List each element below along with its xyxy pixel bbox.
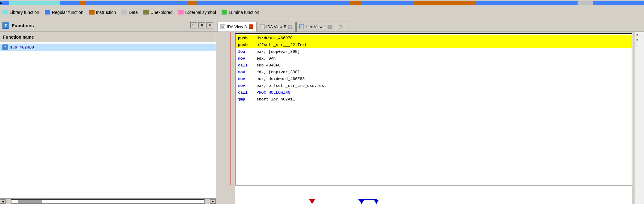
seg-blue-5 — [475, 1, 578, 5]
operand-2: offset _str___22.Text — [256, 43, 307, 47]
code-lines-container: push ds:dword_466D70 push offset _str___… — [235, 34, 632, 103]
svg-rect-7 — [339, 25, 342, 28]
tab-label-ida-b: IDA View-B — [266, 24, 287, 29]
seg-orange-1 — [79, 1, 85, 5]
scrollbar-track — [11, 199, 205, 204]
blue-down-arrow-2 — [374, 200, 379, 204]
mini-text-1: m — [635, 32, 644, 37]
operand-1: ds:dword_466D70 — [256, 36, 293, 40]
mnemonic-1: push — [238, 36, 256, 40]
function-name[interactable]: sub_4624D0 — [10, 45, 34, 50]
svg-text:⊞: ⊞ — [222, 26, 224, 28]
tab-ida-view-a[interactable]: ⊞ IDA View-A ✕ — [218, 22, 256, 32]
main-layout: f Functions □ ⊟ × Function name f sub_46… — [0, 19, 644, 204]
legend-color-external — [178, 10, 184, 15]
mnemonic-5: call — [238, 63, 256, 68]
legend-label-instruction: Instruction — [96, 10, 116, 15]
mini-text-3: c — [635, 42, 644, 47]
seg-gray-1 — [578, 1, 593, 5]
code-box: push ds:dword_466D70 push offset _str___… — [235, 33, 632, 185]
seg-orange-big — [413, 1, 475, 5]
close-button[interactable]: × — [206, 22, 213, 28]
horizontal-scrollbar[interactable]: ◀ ▶ — [0, 198, 216, 204]
tab-label-hex-1: Hex View-1 — [306, 24, 326, 29]
mnemonic-3: lea — [238, 49, 256, 54]
seg-cyan-1 — [9, 1, 60, 5]
tab-hex-view-1[interactable]: H Hex View-1 ✕ — [296, 22, 335, 32]
legend-color-library — [2, 10, 8, 15]
tab-close-ida-a[interactable]: ✕ — [249, 24, 253, 29]
seg-blue-2 — [85, 1, 187, 5]
mnemonic-2: push — [238, 43, 256, 47]
bottom-arrows-area — [235, 185, 632, 204]
legend-label-lumina: Lumina function — [229, 10, 259, 15]
legend-label-data: Data — [129, 10, 138, 15]
legend-external: External symbol — [178, 10, 216, 15]
code-line-2: push offset _str___22.Text — [235, 41, 632, 48]
operand-10: short loc_462A1E — [256, 97, 295, 102]
function-row-icon: f — [2, 45, 8, 50]
right-content: push ds:dword_466D70 push offset _str___… — [216, 32, 644, 204]
code-line-6: mov edx, [ebp+var_390] — [235, 69, 632, 75]
operand-4: edx, 0Ah — [256, 56, 276, 61]
titlebar-buttons[interactable]: □ ⊟ × — [190, 22, 213, 28]
functions-panel-icon: f — [2, 22, 9, 29]
mnemonic-6: mov — [238, 70, 256, 74]
nav-bar: ▶ — [0, 0, 644, 6]
legend-lumina: Lumina function — [222, 10, 259, 15]
scroll-left-button[interactable]: ◀ — [0, 199, 6, 204]
code-line-7: mov ecx, ds:dword_466E88 — [235, 75, 632, 82]
tab-icon-ida-a: ⊞ — [220, 24, 225, 29]
legend-label-external: External symbol — [185, 10, 216, 15]
tab-partial[interactable] — [336, 22, 345, 32]
mnemonic-9: call — [238, 90, 256, 95]
code-line-9: call PROC_HOLLOWING — [235, 89, 632, 96]
legend-instruction: Instruction — [89, 10, 116, 15]
legend-color-data — [121, 10, 127, 15]
code-line-5: call sub_4048FC — [235, 62, 632, 69]
mnemonic-10: jmp — [238, 97, 256, 102]
restore-button[interactable]: ⊟ — [198, 22, 205, 28]
code-line-10: jmp short loc_462A1E — [235, 96, 632, 103]
tab-icon-hex: H — [299, 24, 304, 29]
nav-segments: ▶ — [0, 1, 644, 5]
scroll-right-button[interactable]: ▶ — [210, 199, 216, 204]
panel-titlebar: f Functions □ ⊟ × — [0, 19, 216, 32]
blue-horizontal-line — [358, 199, 377, 200]
legend-label-library: Library function — [10, 10, 39, 15]
legend-label-regular: Regular function — [52, 10, 83, 15]
legend-library: Library function — [2, 10, 39, 15]
svg-text:H: H — [300, 26, 302, 28]
mnemonic-4: mov — [238, 56, 256, 61]
tab-close-ida-b[interactable]: ✕ — [288, 25, 292, 29]
minimize-button[interactable]: □ — [190, 22, 197, 28]
legend-color-lumina — [222, 10, 227, 15]
code-line-1: push ds:dword_466D70 — [235, 35, 632, 41]
scrollbar-thumb[interactable] — [18, 200, 42, 203]
legend-label-unexplored: Unexplored — [150, 10, 173, 15]
operand-6: edx, [ebp+var_390] — [256, 70, 300, 74]
red-vertical-line — [231, 32, 231, 185]
code-line-8: mov eax, offset _str_cmd_exe.Text — [235, 82, 632, 89]
legend-color-unexplored — [143, 10, 149, 15]
blue-down-arrow-1 — [358, 199, 365, 204]
tab-ida-view-b[interactable]: IDA View-B ✕ — [257, 22, 296, 32]
operand-8: eax, offset _str_cmd_exe.Text — [256, 83, 326, 88]
operand-9: PROC_HOLLOWING — [256, 90, 290, 95]
seg-blue-6 — [593, 1, 644, 5]
legend-bar: Library function Regular function Instru… — [0, 6, 644, 19]
legend-unexplored: Unexplored — [143, 10, 173, 15]
panel-title-left: f Functions — [2, 22, 34, 29]
svg-rect-4 — [261, 25, 264, 28]
list-item[interactable]: f sub_4624D0 — [0, 44, 216, 51]
legend-regular: Regular function — [45, 10, 83, 15]
functions-panel: f Functions □ ⊟ × Function name f sub_46… — [0, 19, 216, 204]
mnemonic-7: mov — [238, 77, 256, 81]
legend-color-regular — [45, 10, 50, 15]
seg-orange-3 — [350, 1, 362, 5]
right-mini-panel: m m c — [635, 32, 644, 204]
tabs-bar: ⊞ IDA View-A ✕ IDA View-B ✕ H — [216, 19, 644, 32]
nav-arrow: ▶ — [0, 1, 9, 5]
tab-label-ida-a: IDA View-A — [227, 24, 247, 29]
tab-close-hex-1[interactable]: ✕ — [328, 25, 332, 29]
